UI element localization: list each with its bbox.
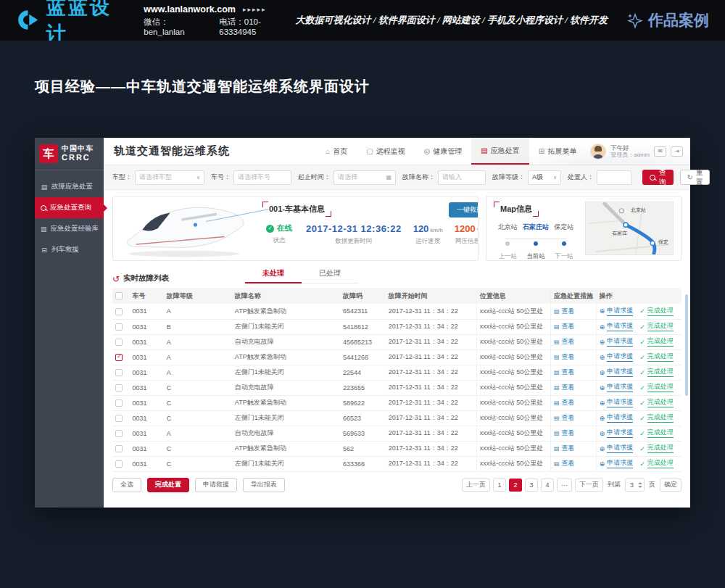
export-report-button[interactable]: 导出报表: [243, 478, 285, 492]
logout-icon[interactable]: ⇥: [671, 146, 683, 157]
done-label: 完成处理: [647, 398, 674, 407]
train-type-select[interactable]: 请选择车型∨: [135, 170, 204, 185]
fault-code: 22544: [340, 365, 386, 380]
rescue-link[interactable]: ⊕申请求援: [600, 352, 634, 362]
search-button[interactable]: 查询: [642, 170, 674, 185]
complete-handle-button[interactable]: 完成处置: [147, 478, 189, 492]
done-link[interactable]: ✓完成处理: [639, 444, 674, 453]
tab-done[interactable]: 已处理: [302, 268, 358, 283]
page-1[interactable]: 1: [493, 479, 506, 492]
done-link[interactable]: ✓完成处理: [639, 459, 674, 468]
row-checkbox[interactable]: [115, 308, 123, 315]
request-rescue-button[interactable]: 申请救援: [195, 478, 237, 492]
row-checkbox[interactable]: [115, 323, 123, 331]
done-link[interactable]: ✓完成处理: [639, 428, 674, 438]
rescue-link[interactable]: ⊕申请求援: [600, 337, 634, 347]
row-checkbox[interactable]: [115, 445, 123, 452]
view-button[interactable]: ▤查看: [554, 383, 575, 392]
scrollbar[interactable]: [685, 294, 688, 396]
done-link[interactable]: ✓完成处理: [639, 352, 674, 362]
row-checkbox[interactable]: [115, 369, 123, 376]
done-link[interactable]: ✓完成处理: [639, 413, 674, 423]
view-button[interactable]: ▤查看: [554, 444, 575, 453]
handler-input[interactable]: [597, 170, 631, 185]
plus-circle-icon: ⊕: [600, 323, 605, 331]
rescue-link[interactable]: ⊕申请求援: [600, 428, 634, 438]
confirm-button[interactable]: 确定: [660, 479, 682, 492]
portfolio-link[interactable]: 作品案例: [626, 10, 709, 30]
search-icon: [41, 205, 46, 211]
nav-emergency[interactable]: ▤应急处置: [471, 138, 529, 165]
fault-name-input[interactable]: 请输入: [438, 170, 486, 185]
table-row: 0031AATP触发紧急制动65423112017-12-31 11：34：22…: [112, 304, 682, 319]
row-checkbox[interactable]: [115, 430, 123, 437]
done-link[interactable]: ✓完成处理: [639, 398, 674, 407]
done-link[interactable]: ✓完成处理: [639, 322, 674, 331]
rescue-link[interactable]: ⊕申请求援: [600, 459, 634, 468]
refresh-icon[interactable]: ↺: [112, 275, 120, 283]
page-jump-input[interactable]: 3: [625, 479, 645, 492]
row-checkbox[interactable]: [115, 415, 123, 422]
rescue-link[interactable]: ⊕申请求援: [600, 444, 634, 453]
one-key-rescue-button[interactable]: 一键救援: [449, 202, 478, 218]
row-checkbox[interactable]: [115, 460, 123, 468]
avatar[interactable]: [590, 144, 606, 160]
page-3[interactable]: 3: [525, 479, 538, 492]
tab-pending[interactable]: 未处理: [245, 268, 302, 283]
fault-level: A: [164, 334, 232, 349]
nav-remote-monitor[interactable]: ▢远程监视: [357, 138, 414, 165]
filter-label: 车型：: [112, 173, 132, 182]
user-block: 下午好 管理员：admin ✉ ⇥: [590, 144, 690, 160]
rescue-link[interactable]: ⊕申请求援: [600, 322, 634, 331]
train-no-input[interactable]: 请选择车号: [233, 170, 291, 185]
done-link[interactable]: ✓完成处理: [639, 368, 674, 377]
view-button[interactable]: ▤查看: [554, 322, 575, 331]
done-link[interactable]: ✓完成处理: [639, 383, 674, 392]
sidebar-item-experience-lib[interactable]: ▥应急处置经验库: [35, 218, 104, 239]
row-checkbox[interactable]: [115, 399, 123, 407]
sidebar-item-train-rescue[interactable]: ⊟列车救援: [35, 239, 104, 260]
mail-icon[interactable]: ✉: [654, 146, 666, 157]
sidebar-item-emergency-query[interactable]: 应急处置查询: [35, 197, 104, 218]
sidebar-item-fault-emergency[interactable]: ▤故障应急处置: [35, 176, 104, 197]
jump-label: 到第: [608, 480, 621, 489]
nav-health[interactable]: ◎健康管理: [415, 138, 472, 165]
website-url[interactable]: www.lanlanwork.com: [144, 4, 236, 15]
view-button[interactable]: ▤查看: [554, 352, 575, 362]
select-all-checkbox[interactable]: [115, 292, 123, 299]
date-range-date[interactable]: 请选择▦: [334, 170, 396, 185]
rescue-link[interactable]: ⊕申请求援: [600, 368, 634, 377]
fault-level-select[interactable]: A级∨: [528, 170, 561, 185]
rescue-link[interactable]: ⊕申请求援: [600, 413, 634, 423]
page-ellipsis[interactable]: ···: [557, 479, 572, 492]
row-checkbox[interactable]: [115, 384, 123, 392]
done-link[interactable]: ✓完成处理: [639, 307, 674, 316]
view-button[interactable]: ▤查看: [554, 307, 575, 316]
select-all-button[interactable]: 全选: [112, 478, 141, 492]
map-thumbnail[interactable]: 北京站石家庄保定: [585, 202, 674, 255]
page-next[interactable]: 下一页: [575, 479, 603, 492]
row-checkbox[interactable]: [115, 339, 123, 346]
view-button[interactable]: ▤查看: [554, 398, 575, 407]
check-circle-icon: ✓: [266, 225, 274, 233]
car-no: 0031: [130, 441, 164, 456]
rescue-link[interactable]: ⊕申请求援: [600, 307, 634, 316]
view-button[interactable]: ▤查看: [554, 428, 575, 438]
rescue-link[interactable]: ⊕申请求援: [600, 383, 634, 392]
brand-logo[interactable]: 蓝蓝设计: [16, 0, 130, 46]
reset-button[interactable]: ↻ 重置: [680, 170, 710, 185]
page-2[interactable]: 2: [509, 479, 522, 492]
done-link[interactable]: ✓完成处理: [639, 337, 674, 347]
plus-circle-icon: ⊕: [600, 384, 605, 392]
row-checkbox[interactable]: [115, 354, 123, 361]
rescue-link[interactable]: ⊕申请求援: [600, 398, 634, 407]
view-button[interactable]: ▤查看: [554, 337, 575, 347]
nav-home[interactable]: ⌂首页: [316, 138, 357, 165]
nav-extended-menu[interactable]: ⊞拓展菜单: [529, 138, 586, 165]
services-list: 大数据可视化设计 / 软件界面设计 / 网站建设 / 手机及小程序设计 / 软件…: [296, 14, 608, 27]
view-button[interactable]: ▤查看: [554, 459, 575, 468]
view-button[interactable]: ▤查看: [554, 368, 575, 377]
view-button[interactable]: ▤查看: [554, 413, 575, 423]
page-prev[interactable]: 上一页: [462, 479, 490, 492]
page-4[interactable]: 4: [541, 479, 554, 492]
